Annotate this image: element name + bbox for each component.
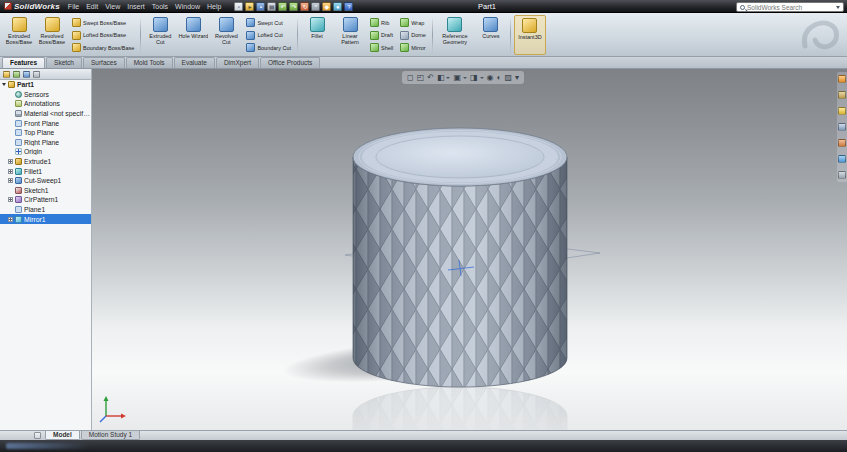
expand-plus-icon[interactable] — [8, 217, 13, 222]
menu-help[interactable]: Help — [207, 3, 221, 10]
render-icon[interactable]: ● — [333, 2, 342, 11]
solidworks-resources-icon[interactable] — [838, 75, 846, 83]
tree-item-extrude1[interactable]: Extrude1 — [0, 157, 91, 167]
chevron-down-icon[interactable] — [446, 77, 450, 79]
tab-evaluate[interactable]: Evaluate — [174, 57, 215, 68]
options-icon[interactable]: * — [311, 2, 320, 11]
redo-icon[interactable]: ↷ — [289, 2, 298, 11]
tab-features[interactable]: Features — [2, 57, 45, 68]
tree-item-right-plane[interactable]: Right Plane — [0, 138, 91, 148]
menu-file[interactable]: File — [68, 3, 79, 10]
rib-button[interactable]: Rib — [368, 17, 395, 28]
open-icon[interactable]: ▸ — [245, 2, 254, 11]
view-palette-icon[interactable] — [838, 139, 846, 147]
design-library-icon[interactable] — [838, 91, 846, 99]
expand-plus-icon[interactable] — [8, 159, 13, 164]
tab-motion-study-1[interactable]: Motion Study 1 — [81, 431, 140, 440]
tab-sketch[interactable]: Sketch — [46, 57, 82, 68]
swept-boss-base-button[interactable]: Swept Boss/Base — [70, 17, 136, 28]
tree-item-plane1[interactable]: Plane1 — [0, 205, 91, 215]
display-style-icon[interactable]: ◨ — [470, 71, 478, 84]
menu-insert[interactable]: Insert — [127, 3, 145, 10]
view-settings-icon[interactable]: ▾ — [515, 71, 519, 84]
expand-plus-icon[interactable] — [8, 169, 13, 174]
collapse-arrow-icon[interactable] — [2, 83, 6, 86]
section-view-icon[interactable]: ◧ — [437, 71, 445, 84]
tab-mold-tools[interactable]: Mold Tools — [126, 57, 173, 68]
search-icon[interactable] — [838, 123, 846, 131]
edit-appearance-icon[interactable]: ◐ — [497, 71, 502, 84]
chevron-down-icon[interactable] — [480, 77, 484, 79]
featuremanager-tab-icon[interactable] — [3, 71, 10, 78]
knurled-cylinder-model[interactable] — [353, 128, 567, 387]
tree-item-mirror1[interactable]: Mirror1 — [0, 214, 91, 224]
mirror-button[interactable]: Mirror — [398, 42, 428, 53]
swept-cut-button[interactable]: Swept Cut — [244, 17, 293, 28]
help-icon[interactable]: ? — [344, 2, 353, 11]
save-icon[interactable]: ▪ — [256, 2, 265, 11]
draft-button[interactable]: Draft — [368, 30, 395, 41]
rebuild-icon[interactable]: ↻ — [300, 2, 309, 11]
tree-item-cirpattern1[interactable]: CirPattern1 — [0, 195, 91, 205]
wrap-button[interactable]: Wrap — [398, 17, 428, 28]
tree-item-top-plane[interactable]: Top Plane — [0, 128, 91, 138]
expand-plus-icon[interactable] — [8, 197, 13, 202]
tab-list-icon[interactable] — [34, 432, 41, 439]
menu-view[interactable]: View — [105, 3, 120, 10]
revolved-cut-button[interactable]: Revolved Cut — [210, 15, 242, 55]
revolved-boss-base-button[interactable]: Revolved Boss/Base — [36, 15, 68, 55]
zoom-fit-icon[interactable]: ◻ — [407, 71, 414, 84]
lofted-cut-button[interactable]: Lofted Cut — [244, 30, 293, 41]
tree-item-sensors[interactable]: Sensors — [0, 90, 91, 100]
tab-office-products[interactable]: Office Products — [260, 57, 320, 68]
curves-button[interactable]: Curves — [475, 15, 507, 55]
appearances-scenes-icon[interactable] — [838, 155, 846, 163]
previous-view-icon[interactable]: ↶ — [427, 71, 434, 84]
color-appearance-icon[interactable]: ◆ — [322, 2, 331, 11]
print-icon[interactable]: ▤ — [267, 2, 276, 11]
tab-surfaces[interactable]: Surfaces — [83, 57, 125, 68]
view-orientation-icon[interactable]: ▣ — [453, 71, 461, 84]
hole-wizard-button[interactable]: Hole Wizard — [177, 15, 209, 55]
hide-show-items-icon[interactable]: ◉ — [487, 71, 494, 84]
lofted-boss-base-button[interactable]: Lofted Boss/Base — [70, 30, 136, 41]
reference-geometry-button[interactable]: Reference Geometry — [436, 15, 474, 55]
graphics-area[interactable]: ◻ ◰ ↶ ◧ ▣ ◨ ◉ ◐ ▨ ▾ — [92, 69, 847, 430]
extruded-boss-base-button[interactable]: Extruded Boss/Base — [3, 15, 35, 55]
expand-plus-icon[interactable] — [8, 178, 13, 183]
linear-pattern-button[interactable]: Linear Pattern — [334, 15, 366, 55]
tree-item-cut-sweep1[interactable]: Cut-Sweep1 — [0, 176, 91, 186]
boundary-cut-button[interactable]: Boundary Cut — [244, 42, 293, 53]
tree-item-sketch1[interactable]: Sketch1 — [0, 186, 91, 196]
chevron-down-icon[interactable] — [836, 6, 840, 9]
tab-model[interactable]: Model — [45, 431, 80, 440]
model-scene[interactable] — [92, 69, 847, 430]
propertymanager-tab-icon[interactable] — [13, 71, 20, 78]
tree-item-annotations[interactable]: Annotations — [0, 99, 91, 109]
menu-tools[interactable]: Tools — [152, 3, 168, 10]
new-icon[interactable]: ▫ — [234, 2, 243, 11]
file-explorer-icon[interactable] — [838, 107, 846, 115]
shell-button[interactable]: Shell — [368, 42, 395, 53]
dimxpertmanager-tab-icon[interactable] — [33, 71, 40, 78]
undo-icon[interactable]: ↶ — [278, 2, 287, 11]
menu-window[interactable]: Window — [175, 3, 200, 10]
boundary-boss-base-button[interactable]: Boundary Boss/Base — [70, 42, 136, 53]
tree-item-origin[interactable]: Origin — [0, 147, 91, 157]
instant3d-button[interactable]: Instant3D — [514, 15, 546, 55]
custom-properties-icon[interactable] — [838, 171, 846, 179]
zoom-to-area-icon[interactable]: ◰ — [417, 71, 425, 84]
tab-dimxpert[interactable]: DimXpert — [216, 57, 259, 68]
tree-item-front-plane[interactable]: Front Plane — [0, 118, 91, 128]
fillet-button[interactable]: Fillet — [301, 15, 333, 55]
tree-item-part1[interactable]: Part1 — [0, 80, 91, 90]
configurationmanager-tab-icon[interactable] — [23, 71, 30, 78]
chevron-down-icon[interactable] — [463, 77, 467, 79]
dome-button[interactable]: Dome — [398, 30, 428, 41]
search-input[interactable] — [747, 3, 834, 11]
tree-item-material[interactable]: Material <not specified> — [0, 109, 91, 119]
apply-scene-icon[interactable]: ▨ — [504, 71, 512, 84]
tree-item-fillet1[interactable]: Fillet1 — [0, 166, 91, 176]
menu-edit[interactable]: Edit — [86, 3, 98, 10]
extruded-cut-button[interactable]: Extruded Cut — [144, 15, 176, 55]
